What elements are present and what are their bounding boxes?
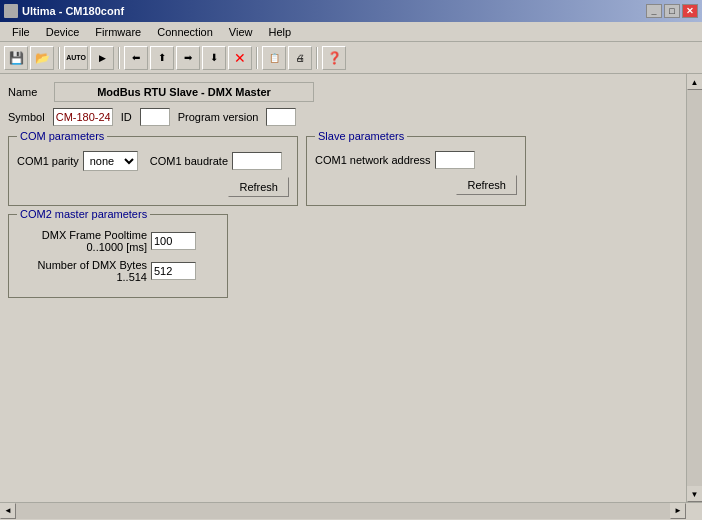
- menu-help[interactable]: Help: [261, 24, 300, 40]
- network-address-label: COM1 network address: [315, 154, 431, 166]
- dmx-bytes-label: Number of DMX Bytes1..514: [17, 259, 147, 283]
- panels-row: COM parameters COM1 parity none odd even…: [8, 136, 678, 206]
- close-button[interactable]: ✕: [682, 4, 698, 18]
- toolbar-btn-6[interactable]: ⬆: [150, 46, 174, 70]
- scroll-corner: [686, 503, 702, 519]
- slave-params-refresh-button[interactable]: Refresh: [456, 175, 517, 195]
- toolbar-btn-10[interactable]: 📋: [262, 46, 286, 70]
- maximize-button[interactable]: □: [664, 4, 680, 18]
- toolbar-btn-8[interactable]: ⬇: [202, 46, 226, 70]
- toolbar-separator-3: [256, 47, 258, 69]
- network-address-input[interactable]: [435, 151, 475, 169]
- com-params-refresh-button[interactable]: Refresh: [228, 177, 289, 197]
- save-button[interactable]: 💾: [4, 46, 28, 70]
- toolbar-separator-2: [118, 47, 120, 69]
- slave-params-title: Slave parameters: [315, 130, 407, 142]
- parity-label: COM1 parity: [17, 155, 79, 167]
- name-row: Name ModBus RTU Slave - DMX Master: [8, 82, 678, 102]
- name-value-box: ModBus RTU Slave - DMX Master: [54, 82, 314, 102]
- parity-row: COM1 parity none odd even COM1 baudrate: [17, 151, 289, 171]
- com-params-group: COM parameters COM1 parity none odd even…: [8, 136, 298, 206]
- program-version-label: Program version: [178, 111, 259, 123]
- symbol-input[interactable]: [53, 108, 113, 126]
- window-title: Ultima - CM180conf: [22, 5, 124, 17]
- scroll-up-arrow[interactable]: ▲: [687, 74, 703, 90]
- symbol-label: Symbol: [8, 111, 45, 123]
- baudrate-label: COM1 baudrate: [150, 155, 228, 167]
- dmx-frame-row: DMX Frame Pooltime0..1000 [ms]: [17, 229, 219, 253]
- toolbar-btn-5[interactable]: ⬅: [124, 46, 148, 70]
- app-icon: [4, 4, 18, 18]
- scroll-right-arrow[interactable]: ►: [670, 503, 686, 519]
- dmx-frame-input[interactable]: [151, 232, 196, 250]
- minimize-button[interactable]: _: [646, 4, 662, 18]
- program-version-input[interactable]: [266, 108, 296, 126]
- toolbar-separator-4: [316, 47, 318, 69]
- dmx-frame-label: DMX Frame Pooltime0..1000 [ms]: [17, 229, 147, 253]
- toolbar-btn-11[interactable]: 🖨: [288, 46, 312, 70]
- menu-file[interactable]: File: [4, 24, 38, 40]
- scroll-track-horizontal[interactable]: [16, 503, 670, 519]
- toolbar-separator-1: [58, 47, 60, 69]
- baudrate-input[interactable]: [232, 152, 282, 170]
- network-address-row: COM1 network address: [315, 151, 517, 169]
- menu-connection[interactable]: Connection: [149, 24, 221, 40]
- menu-bar: File Device Firmware Connection View Hel…: [0, 22, 702, 42]
- id-label: ID: [121, 111, 132, 123]
- main-content: Name ModBus RTU Slave - DMX Master Symbo…: [0, 74, 702, 502]
- com2-master-group: COM2 master parameters DMX Frame Pooltim…: [8, 214, 228, 298]
- menu-firmware[interactable]: Firmware: [87, 24, 149, 40]
- toolbar: 💾 📂 AUTO ▶ ⬅ ⬆ ➡ ⬇ ✕ 📋 🖨 ❓: [0, 42, 702, 74]
- com2-master-title: COM2 master parameters: [17, 208, 150, 220]
- help-button[interactable]: ❓: [322, 46, 346, 70]
- scroll-area[interactable]: Name ModBus RTU Slave - DMX Master Symbo…: [0, 74, 686, 502]
- open-button[interactable]: 📂: [30, 46, 54, 70]
- com-params-title: COM parameters: [17, 130, 107, 142]
- toolbar-btn-7[interactable]: ➡: [176, 46, 200, 70]
- scroll-left-arrow[interactable]: ◄: [0, 503, 16, 519]
- dmx-bytes-input[interactable]: [151, 262, 196, 280]
- slave-params-group: Slave parameters COM1 network address Re…: [306, 136, 526, 206]
- scroll-track-vertical[interactable]: [687, 90, 703, 486]
- parity-select[interactable]: none odd even: [83, 151, 138, 171]
- menu-device[interactable]: Device: [38, 24, 88, 40]
- symbol-row: Symbol ID Program version: [8, 108, 678, 126]
- bottom-scrollbar: ◄ ►: [0, 502, 702, 518]
- name-label: Name: [8, 86, 48, 98]
- auto-button[interactable]: AUTO: [64, 46, 88, 70]
- stop-button[interactable]: ✕: [228, 46, 252, 70]
- right-scrollbar: ▲ ▼: [686, 74, 702, 502]
- dmx-bytes-row: Number of DMX Bytes1..514: [17, 259, 219, 283]
- id-input[interactable]: [140, 108, 170, 126]
- name-value: ModBus RTU Slave - DMX Master: [97, 86, 271, 98]
- menu-view[interactable]: View: [221, 24, 261, 40]
- scroll-down-arrow[interactable]: ▼: [687, 486, 703, 502]
- title-bar: Ultima - CM180conf _ □ ✕: [0, 0, 702, 22]
- toolbar-btn-4[interactable]: ▶: [90, 46, 114, 70]
